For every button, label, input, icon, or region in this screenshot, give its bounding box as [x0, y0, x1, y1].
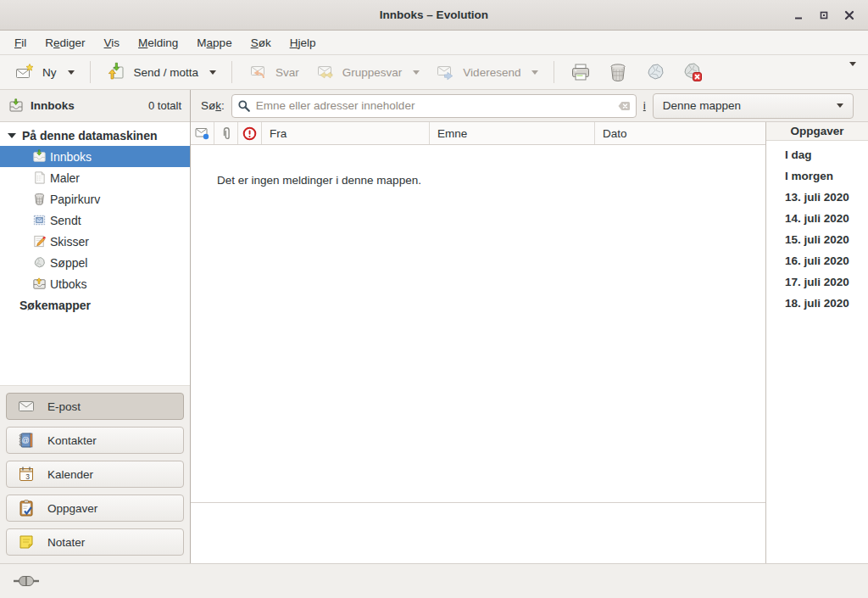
chevron-down-icon[interactable] [68, 70, 75, 75]
switcher-calendar-label: Kalender [47, 468, 93, 481]
tasks-icon [16, 498, 36, 518]
menu-sok[interactable]: Søk [242, 32, 281, 53]
switcher-mail-button[interactable]: E-post [6, 393, 184, 420]
delete-button[interactable] [599, 57, 637, 87]
sidebar-item-innboks[interactable]: Innboks [0, 146, 190, 167]
print-button[interactable] [562, 57, 599, 87]
sidebar-item-label: Sendt [50, 214, 81, 227]
minimize-button[interactable] [788, 5, 809, 25]
calendar-icon: 3 [16, 464, 36, 484]
chevron-down-icon[interactable] [531, 70, 538, 75]
toolbar-overflow-button[interactable] [844, 61, 861, 84]
outbox-icon [32, 277, 47, 291]
expander-triangle-icon[interactable] [8, 133, 16, 138]
sidebar-item-maler[interactable]: Maler [0, 167, 190, 188]
switcher-memos-button[interactable]: Notater [6, 528, 184, 556]
new-message-label: Ny [42, 66, 57, 79]
reply-button[interactable]: Svar [240, 58, 307, 87]
switcher-calendar-button[interactable]: 3 Kalender [6, 461, 184, 488]
sidebar-item-skisser[interactable]: Skisser [0, 231, 190, 252]
column-attachment[interactable] [214, 122, 238, 144]
task-group-date[interactable]: 17. juli 2020 [766, 271, 868, 293]
window-title: Innboks – Evolution [0, 8, 868, 21]
sidebar-item-sendt[interactable]: Sendt [0, 210, 190, 231]
new-mail-icon [14, 62, 35, 82]
menu-melding[interactable]: Melding [129, 32, 187, 53]
online-plug-icon [14, 575, 39, 587]
chevron-down-icon[interactable] [209, 70, 216, 75]
not-junk-button[interactable] [674, 57, 711, 87]
sidebar-item-label: Søppel [50, 256, 87, 270]
scope-label: i [643, 99, 646, 112]
view-switcher: E-post @ Kontakter [0, 385, 190, 563]
column-date[interactable]: Dato [595, 122, 765, 144]
junk-button[interactable] [637, 57, 674, 87]
switcher-mail-label: E-post [47, 400, 81, 413]
tree-root-this-computer[interactable]: På denne datamaskinen [0, 125, 190, 146]
titlebar: Innboks – Evolution [0, 0, 868, 31]
contacts-icon: @ [16, 430, 36, 450]
reply-icon [248, 62, 268, 82]
column-from[interactable]: Fra [262, 122, 430, 144]
search-label: Søk: [201, 99, 225, 112]
drafts-icon [32, 234, 47, 249]
reply-label: Svar [275, 66, 299, 79]
task-group-date[interactable]: 13. juli 2020 [766, 187, 868, 208]
forward-icon [435, 62, 455, 82]
clear-search-button[interactable] [617, 99, 631, 113]
switcher-contacts-button[interactable]: @ Kontakter [6, 427, 184, 454]
task-group-date[interactable]: 15. juli 2020 [766, 229, 868, 250]
column-subject[interactable]: Emne [430, 122, 595, 144]
column-priority[interactable] [238, 122, 262, 144]
switcher-tasks-button[interactable]: Oppgaver [6, 495, 184, 522]
sidebar-item-sokemapper[interactable]: Søkemapper [0, 294, 190, 316]
task-group-tomorrow[interactable]: I morgen [766, 165, 868, 187]
memos-icon [16, 532, 36, 552]
task-pane: Oppgaver I dag I morgen 13. juli 2020 14… [765, 122, 868, 563]
menu-vis[interactable]: Vis [95, 32, 130, 53]
window-controls [788, 5, 868, 25]
close-button[interactable] [839, 5, 860, 25]
window-body: Innboks 0 totalt På denne datamaskinen I… [0, 90, 868, 563]
task-pane-header[interactable]: Oppgaver [766, 122, 868, 141]
junk-icon [32, 255, 47, 270]
chevron-down-icon[interactable] [413, 70, 420, 75]
sidebar-item-utboks[interactable]: Utboks [0, 273, 190, 294]
group-reply-label: Gruppesvar [342, 66, 403, 79]
group-reply-button[interactable]: Gruppesvar [307, 58, 428, 87]
new-message-button[interactable]: Ny [7, 58, 82, 87]
task-group-date[interactable]: 18. juli 2020 [766, 293, 868, 314]
evolution-window: Innboks – Evolution Fil Rediger Vis Meld… [0, 0, 868, 598]
forward-button[interactable]: Videresend [427, 58, 546, 87]
search-input[interactable] [256, 99, 612, 112]
menu-hjelp[interactable]: Hjelp [281, 32, 326, 53]
maximize-button[interactable] [814, 5, 834, 25]
folder-header: Innboks 0 totalt [0, 90, 190, 122]
folder-message-count: 0 totalt [148, 99, 181, 112]
message-list-header: Fra Emne Dato [191, 122, 765, 145]
column-status[interactable] [191, 122, 214, 144]
forward-label: Videresend [463, 66, 520, 79]
sidebar-item-papirkurv[interactable]: Papirkurv [0, 188, 190, 210]
switcher-tasks-label: Oppgaver [47, 502, 97, 515]
menu-rediger[interactable]: Rediger [36, 32, 94, 53]
message-list-body[interactable]: Det er ingen meldinger i denne mappen. [191, 145, 765, 502]
task-group-date[interactable]: 14. juli 2020 [766, 208, 868, 229]
sidebar-item-label: Innboks [50, 150, 92, 164]
status-bar [0, 563, 868, 598]
sidebar: Innboks 0 totalt På denne datamaskinen I… [0, 90, 191, 563]
search-folders-label: Søkemapper [19, 299, 91, 312]
svg-text:3: 3 [25, 472, 30, 481]
toolbar-separator [90, 61, 91, 83]
sidebar-item-soppel[interactable]: Søppel [0, 252, 190, 273]
menu-mappe[interactable]: Mappe [187, 32, 241, 53]
task-group-date[interactable]: 16. juli 2020 [766, 250, 868, 271]
task-group-today[interactable]: I dag [766, 144, 868, 165]
online-status-button[interactable] [12, 573, 41, 589]
sent-icon [32, 213, 47, 227]
trash-icon [32, 192, 47, 206]
menu-fil[interactable]: Fil [5, 32, 36, 53]
clear-icon [617, 99, 631, 113]
search-scope-dropdown[interactable]: Denne mappen [653, 93, 854, 119]
send-receive-button[interactable]: Send / motta [98, 58, 225, 87]
